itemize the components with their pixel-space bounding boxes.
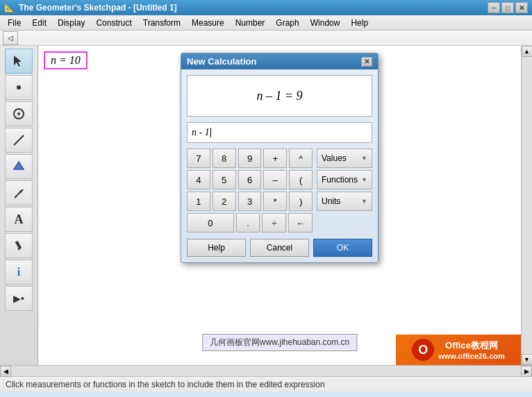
btn-divide[interactable]: ÷ — [262, 213, 286, 233]
window-title: The Geometer's Sketchpad - [Untitled 1] — [19, 3, 177, 12]
svg-marker-5 — [14, 162, 24, 169]
btn-6[interactable]: 6 — [238, 170, 262, 189]
right-scrollbar[interactable]: ▲ ▼ — [521, 46, 532, 365]
keypad-row-2: 4 5 6 – ( — [187, 170, 313, 189]
menu-help[interactable]: Help — [346, 17, 373, 29]
result-text: n – 1 = 9 — [256, 89, 302, 103]
input-text: n - 1 — [192, 127, 210, 138]
btn-plus[interactable]: + — [263, 149, 287, 168]
menu-transform[interactable]: Transform — [138, 17, 185, 29]
svg-point-1 — [17, 85, 21, 90]
tool-polygon[interactable] — [5, 154, 33, 179]
maximize-button[interactable]: □ — [501, 2, 514, 13]
close-button[interactable]: ✕ — [515, 2, 528, 13]
calc-input-field[interactable]: n - 1 — [187, 122, 372, 143]
ok-button[interactable]: OK — [313, 239, 372, 257]
new-calculation-dialog: New Calculation ✕ n – 1 = 9 n - 1 — [181, 53, 379, 263]
svg-point-3 — [17, 112, 20, 115]
tool-select[interactable] — [5, 49, 33, 74]
menu-bar: File Edit Display Construct Transform Me… — [0, 15, 532, 31]
canvas-area[interactable]: n = 10 New Calculation ✕ n – 1 = 9 — [38, 46, 521, 365]
tool-text[interactable]: A — [5, 207, 33, 232]
dialog-overlay: New Calculation ✕ n – 1 = 9 n - 1 — [38, 46, 521, 365]
scroll-down-button[interactable]: ▼ — [522, 354, 533, 365]
menu-graph[interactable]: Graph — [271, 17, 304, 29]
menu-construct[interactable]: Construct — [91, 17, 136, 29]
btn-multiply[interactable]: * — [263, 192, 287, 211]
cancel-button[interactable]: Cancel — [250, 239, 309, 257]
keypad-row-1: 7 8 9 + ^ — [187, 149, 313, 168]
tool-arrow[interactable] — [5, 180, 33, 205]
menu-measure[interactable]: Measure — [187, 17, 229, 29]
scroll-right-button[interactable]: ▶ — [521, 366, 532, 377]
tool-point[interactable] — [5, 75, 33, 100]
menu-edit[interactable]: Edit — [27, 17, 51, 29]
office-logo: O Office教程网 www.office26.com — [396, 335, 521, 365]
dialog-close-button[interactable]: ✕ — [361, 57, 372, 67]
functions-arrow: ▼ — [361, 176, 367, 183]
main-area: A i ▶• n = 10 New Calculation ✕ — [0, 46, 532, 365]
dialog-title: New Calculation — [187, 56, 256, 67]
bottom-scrollbar[interactable]: ◀ ▶ — [0, 365, 532, 376]
office-logo-line1: Office教程网 — [438, 339, 505, 352]
btn-close-paren[interactable]: ) — [289, 192, 313, 211]
keypad-left: 7 8 9 + ^ 4 5 6 – — [187, 149, 313, 235]
menu-number[interactable]: Number — [231, 17, 270, 29]
functions-dropdown[interactable]: Functions ▼ — [317, 170, 372, 189]
dialog-buttons: Help Cancel OK — [187, 239, 372, 257]
dialog-body: n – 1 = 9 n - 1 7 8 — [181, 69, 378, 262]
units-label: Units — [322, 196, 340, 206]
office-logo-line2: www.office26.com — [438, 352, 505, 360]
functions-label: Functions — [322, 175, 358, 185]
tool-info[interactable]: i — [5, 260, 33, 285]
keypad-right: Values ▼ Functions ▼ Units ▼ — [317, 149, 372, 235]
tool-more[interactable]: ▶• — [5, 286, 33, 311]
units-dropdown[interactable]: Units ▼ — [317, 192, 372, 211]
scroll-left-button[interactable]: ◀ — [0, 366, 11, 377]
svg-rect-8 — [15, 241, 22, 249]
result-display: n – 1 = 9 — [187, 75, 372, 117]
scroll-up-button[interactable]: ▲ — [522, 46, 533, 57]
left-toolbar: A i ▶• — [0, 46, 38, 365]
svg-marker-0 — [14, 56, 22, 67]
btn-5[interactable]: 5 — [213, 170, 236, 189]
values-arrow: ▼ — [361, 155, 367, 162]
values-label: Values — [322, 153, 347, 163]
values-dropdown[interactable]: Values ▼ — [317, 149, 372, 168]
btn-3[interactable]: 3 — [238, 192, 262, 211]
btn-4[interactable]: 4 — [187, 170, 210, 189]
tool-compass[interactable] — [5, 101, 33, 126]
watermark: 几何画板官网www.jihehuaban.com.cn — [202, 334, 357, 351]
svg-line-4 — [14, 135, 24, 145]
keypad-row-3: 1 2 3 * ) — [187, 192, 313, 211]
secondary-toolbar: ◁ — [0, 31, 532, 46]
minimize-button[interactable]: ─ — [488, 2, 500, 13]
btn-0[interactable]: 0 — [187, 213, 234, 233]
btn-dot[interactable]: . — [236, 213, 260, 233]
btn-7[interactable]: 7 — [187, 149, 210, 168]
keypad-area: 7 8 9 + ^ 4 5 6 – — [187, 149, 372, 235]
toolbar-btn-1[interactable]: ◁ — [3, 31, 18, 45]
btn-backspace[interactable]: ← — [288, 213, 313, 233]
menu-display[interactable]: Display — [53, 17, 90, 29]
menu-file[interactable]: File — [3, 17, 26, 29]
btn-open-paren[interactable]: ( — [289, 170, 313, 189]
btn-minus[interactable]: – — [263, 170, 287, 189]
btn-8[interactable]: 8 — [213, 149, 236, 168]
help-button[interactable]: Help — [187, 239, 246, 257]
btn-2[interactable]: 2 — [213, 192, 236, 211]
btn-1[interactable]: 1 — [187, 192, 210, 211]
menu-window[interactable]: Window — [306, 17, 345, 29]
btn-9[interactable]: 9 — [238, 149, 262, 168]
dialog-title-bar: New Calculation ✕ — [181, 53, 378, 69]
keypad-row-4: 0 . ÷ ← — [187, 213, 313, 233]
tool-line[interactable] — [5, 128, 33, 153]
title-bar-left: 📐 The Geometer's Sketchpad - [Untitled 1… — [4, 3, 177, 12]
title-bar: 📐 The Geometer's Sketchpad - [Untitled 1… — [0, 0, 532, 15]
tool-pencil[interactable] — [5, 233, 33, 258]
app-icon: 📐 — [4, 3, 15, 12]
units-arrow: ▼ — [361, 198, 367, 205]
text-cursor — [210, 128, 211, 137]
title-bar-controls: ─ □ ✕ — [488, 2, 528, 13]
btn-caret[interactable]: ^ — [289, 149, 313, 168]
